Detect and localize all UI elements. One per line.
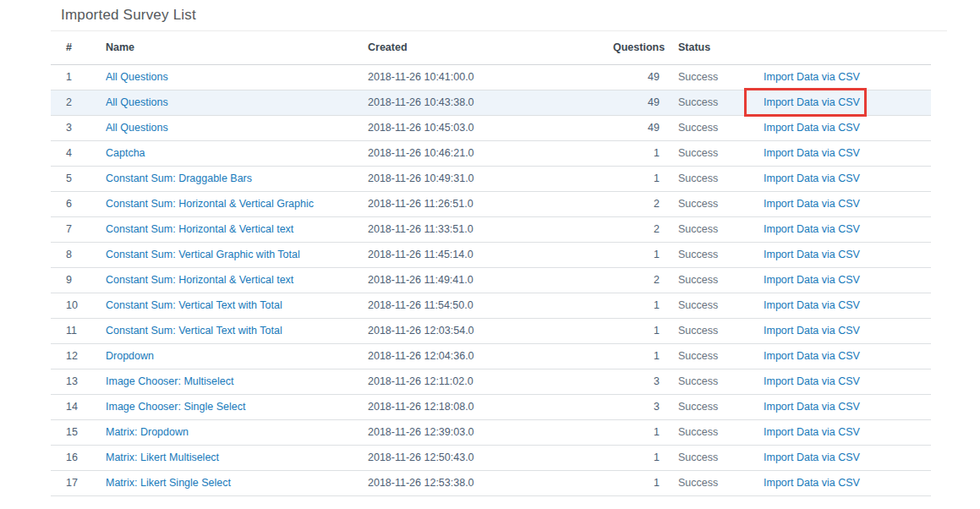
- table-row: 2 All Questions 2018-11-26 10:43:38.0 49…: [51, 90, 931, 115]
- row-number: 15: [51, 419, 106, 445]
- survey-name-link[interactable]: Matrix: Likert Multiselect: [106, 452, 219, 463]
- import-data-csv-link[interactable]: Import Data via CSV: [764, 299, 860, 311]
- status-text: Success: [660, 64, 764, 90]
- status-text: Success: [660, 470, 764, 495]
- row-number: 16: [51, 445, 106, 470]
- survey-name-link[interactable]: Constant Sum: Horizontal & Vertical Grap…: [106, 198, 314, 210]
- survey-name-cell: Matrix: Likert Multiselect: [106, 445, 368, 470]
- survey-name-link[interactable]: Constant Sum: Vertical Text with Total: [106, 325, 282, 337]
- table-header: # Name Created Questions Status: [51, 31, 931, 64]
- survey-name-cell: All Questions: [106, 64, 368, 90]
- column-header-questions: Questions: [613, 31, 660, 64]
- questions-count: 49: [613, 115, 660, 140]
- survey-name-link[interactable]: Image Chooser: Single Select: [106, 401, 245, 413]
- page-title: Imported Survey List: [0, 0, 980, 30]
- table-row: 6 Constant Sum: Horizontal & Vertical Gr…: [51, 191, 931, 216]
- import-data-csv-link[interactable]: Import Data via CSV: [764, 147, 860, 159]
- survey-name-cell: Dropdown: [106, 343, 368, 369]
- survey-name-link[interactable]: Image Chooser: Multiselect: [106, 375, 233, 387]
- table-row: 16 Matrix: Likert Multiselect 2018-11-26…: [51, 445, 931, 470]
- created-timestamp: 2018-11-26 10:45:03.0: [368, 115, 613, 140]
- action-cell: Import Data via CSV: [764, 115, 931, 140]
- row-number: 6: [51, 191, 106, 216]
- import-data-csv-link[interactable]: Import Data via CSV: [764, 198, 860, 210]
- row-number: 2: [51, 90, 106, 115]
- import-data-csv-link[interactable]: Import Data via CSV: [764, 401, 860, 413]
- survey-name-cell: Constant Sum: Horizontal & Vertical Grap…: [106, 191, 368, 216]
- import-data-csv-link[interactable]: Import Data via CSV: [764, 477, 860, 489]
- survey-name-cell: Constant Sum: Vertical Graphic with Tota…: [106, 242, 368, 267]
- action-cell: Import Data via CSV: [764, 267, 931, 293]
- survey-name-link[interactable]: Constant Sum: Draggable Bars: [106, 172, 252, 184]
- status-text: Success: [660, 140, 764, 166]
- created-timestamp: 2018-11-26 11:26:51.0: [368, 191, 613, 216]
- table-row: 9 Constant Sum: Horizontal & Vertical te…: [51, 267, 931, 293]
- table-row: 13 Image Chooser: Multiselect 2018-11-26…: [51, 369, 931, 394]
- survey-name-cell: Constant Sum: Horizontal & Vertical text: [106, 216, 368, 242]
- status-text: Success: [660, 115, 764, 140]
- survey-name-cell: Image Chooser: Single Select: [106, 394, 368, 419]
- survey-name-link[interactable]: Constant Sum: Vertical Graphic with Tota…: [106, 249, 300, 260]
- import-data-csv-link[interactable]: Import Data via CSV: [764, 172, 860, 184]
- action-cell: Import Data via CSV: [764, 90, 931, 115]
- survey-name-link[interactable]: Constant Sum: Horizontal & Vertical text: [106, 223, 293, 235]
- status-text: Success: [660, 394, 764, 419]
- status-text: Success: [660, 369, 764, 394]
- survey-name-link[interactable]: All Questions: [106, 71, 168, 83]
- survey-name-link[interactable]: All Questions: [106, 122, 168, 134]
- action-cell: Import Data via CSV: [764, 191, 931, 216]
- row-number: 7: [51, 216, 106, 242]
- questions-count: 2: [613, 216, 660, 242]
- import-data-csv-link[interactable]: Import Data via CSV: [764, 223, 860, 235]
- action-cell: Import Data via CSV: [764, 216, 931, 242]
- import-data-csv-link[interactable]: Import Data via CSV: [764, 350, 860, 362]
- row-number: 17: [51, 470, 106, 495]
- import-data-csv-link[interactable]: Import Data via CSV: [764, 426, 860, 438]
- survey-name-link[interactable]: Matrix: Dropdown: [106, 426, 189, 438]
- questions-count: 1: [613, 166, 660, 191]
- row-number: 3: [51, 115, 106, 140]
- survey-name-link[interactable]: Dropdown: [106, 350, 154, 362]
- survey-name-cell: Image Chooser: Multiselect: [106, 369, 368, 394]
- survey-name-cell: Constant Sum: Horizontal & Vertical text: [106, 267, 368, 293]
- table-row: 5 Constant Sum: Draggable Bars 2018-11-2…: [51, 166, 931, 191]
- survey-name-link[interactable]: Constant Sum: Horizontal & Vertical text: [106, 274, 293, 286]
- status-text: Success: [660, 90, 764, 115]
- action-cell: Import Data via CSV: [764, 293, 931, 318]
- import-data-csv-link[interactable]: Import Data via CSV: [764, 249, 860, 260]
- import-data-csv-link[interactable]: Import Data via CSV: [764, 375, 860, 387]
- table-row: 1 All Questions 2018-11-26 10:41:00.0 49…: [51, 64, 931, 90]
- questions-count: 1: [613, 419, 660, 445]
- row-number: 8: [51, 242, 106, 267]
- survey-name-cell: All Questions: [106, 90, 368, 115]
- status-text: Success: [660, 242, 764, 267]
- column-header-name: Name: [106, 31, 368, 64]
- column-header-number: #: [51, 31, 106, 64]
- survey-name-link[interactable]: Matrix: Likert Single Select: [106, 477, 231, 489]
- row-number: 13: [51, 369, 106, 394]
- action-cell: Import Data via CSV: [764, 343, 931, 369]
- column-header-status: Status: [660, 31, 764, 64]
- status-text: Success: [660, 166, 764, 191]
- import-data-csv-link[interactable]: Import Data via CSV: [764, 452, 860, 463]
- survey-name-link[interactable]: Constant Sum: Vertical Text with Total: [106, 299, 282, 311]
- created-timestamp: 2018-11-26 12:53:38.0: [368, 470, 613, 495]
- import-data-csv-link[interactable]: Import Data via CSV: [764, 96, 860, 108]
- questions-count: 3: [613, 369, 660, 394]
- survey-table-body: 1 All Questions 2018-11-26 10:41:00.0 49…: [51, 64, 931, 495]
- import-data-csv-link[interactable]: Import Data via CSV: [764, 325, 860, 337]
- questions-count: 1: [613, 470, 660, 495]
- import-data-csv-link[interactable]: Import Data via CSV: [764, 274, 860, 286]
- row-number: 5: [51, 166, 106, 191]
- created-timestamp: 2018-11-26 12:39:03.0: [368, 419, 613, 445]
- row-number: 12: [51, 343, 106, 369]
- table-row: 4 Captcha 2018-11-26 10:46:21.0 1 Succes…: [51, 140, 931, 166]
- import-data-csv-link[interactable]: Import Data via CSV: [764, 71, 860, 83]
- survey-name-link[interactable]: All Questions: [106, 96, 168, 108]
- created-timestamp: 2018-11-26 10:46:21.0: [368, 140, 613, 166]
- survey-name-cell: Constant Sum: Draggable Bars: [106, 166, 368, 191]
- import-data-csv-link[interactable]: Import Data via CSV: [764, 122, 860, 134]
- status-text: Success: [660, 216, 764, 242]
- action-cell: Import Data via CSV: [764, 318, 931, 343]
- survey-name-link[interactable]: Captcha: [106, 147, 145, 159]
